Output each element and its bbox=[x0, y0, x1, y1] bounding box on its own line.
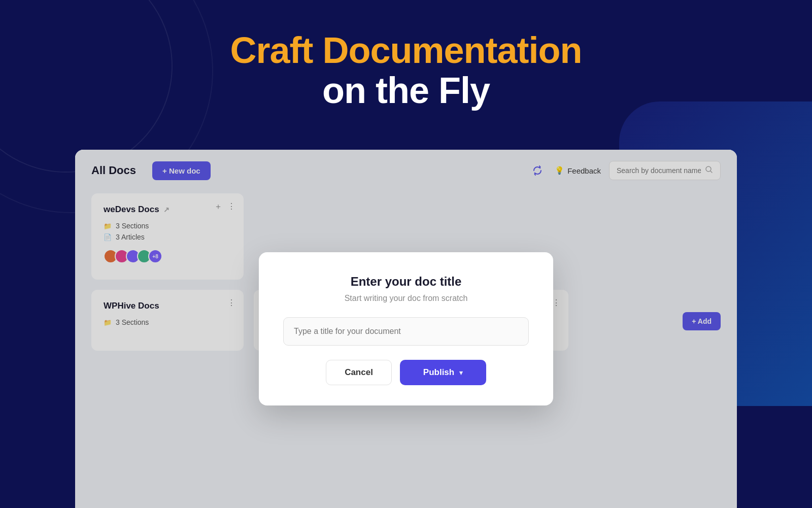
modal-dialog: Enter your doc title Start writing your … bbox=[259, 252, 553, 405]
cancel-button[interactable]: Cancel bbox=[326, 360, 392, 385]
doc-title-input[interactable] bbox=[283, 317, 529, 346]
publish-label: Publish bbox=[423, 367, 454, 378]
hero-line2: on the Fly bbox=[0, 71, 812, 111]
modal-actions: Cancel Publish ▾ bbox=[283, 360, 529, 385]
publish-button[interactable]: Publish ▾ bbox=[400, 360, 486, 385]
chevron-down-icon: ▾ bbox=[459, 369, 463, 377]
hero-section: Craft Documentation on the Fly bbox=[0, 30, 812, 111]
hero-line1: Craft Documentation bbox=[0, 30, 812, 71]
modal-title: Enter your doc title bbox=[283, 275, 529, 289]
modal-subtitle: Start writing your doc from scratch bbox=[283, 294, 529, 303]
modal-overlay: Enter your doc title Start writing your … bbox=[75, 150, 737, 508]
app-container: All Docs + New doc 💡 Feedback bbox=[75, 150, 737, 508]
